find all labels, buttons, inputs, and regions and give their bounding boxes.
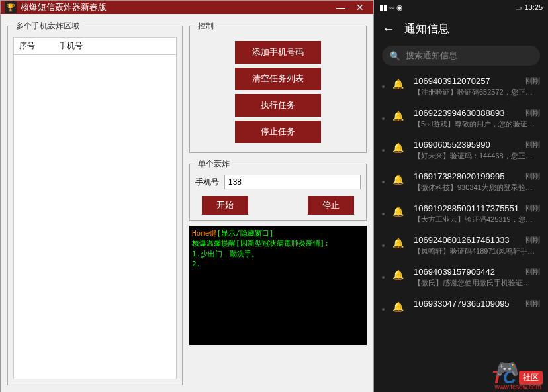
watermark-mascot: 🎮 bbox=[496, 358, 519, 380]
status-time: 13:25 bbox=[524, 3, 543, 11]
bell-icon: 🔔 bbox=[392, 174, 406, 185]
unread-dot bbox=[382, 244, 385, 247]
notification-list[interactable]: 🔔1069403912070257刚刚【注册验证】验证码652572，您正…🔔1… bbox=[374, 71, 548, 392]
notification-item[interactable]: 🔔10692406012617461333刚刚【凤鸣轩】验证码418971(凤鸣… bbox=[374, 230, 548, 262]
notification-content: 1069173828020199995刚刚【微体科技】930341为您的登录验… bbox=[414, 172, 540, 193]
notification-text: 【大方工业云】验证码425319，您… bbox=[414, 215, 540, 224]
notification-number: 10693304779365109095 bbox=[414, 299, 510, 309]
bell-icon: 🔔 bbox=[392, 301, 406, 312]
left-column: 多个手机轰炸区域 序号 手机号 bbox=[7, 21, 183, 385]
control-group: 控制 添加手机号码 清空任务列表 执行任务 停止任务 bbox=[189, 21, 367, 153]
bell-icon: 🔔 bbox=[392, 238, 406, 248]
window-title: 核爆短信轰炸器新春版 bbox=[21, 1, 332, 13]
single-bomb-group: 单个轰炸 手机号 开始 停止 bbox=[189, 158, 367, 220]
column-seq: 序号 bbox=[19, 40, 59, 52]
column-phone: 手机号 bbox=[59, 40, 171, 52]
unread-dot bbox=[382, 308, 385, 311]
phone-title: 通知信息 bbox=[404, 21, 449, 36]
start-single-button[interactable]: 开始 bbox=[202, 196, 248, 215]
unread-dot bbox=[382, 181, 385, 183]
notification-text: 【5nd游戏】尊敬的用户，您的验证… bbox=[414, 119, 540, 129]
bell-icon: 🔔 bbox=[392, 142, 406, 153]
notification-item[interactable]: 🔔1069060552395990刚刚【好未来】验证码：144468，您正… bbox=[374, 134, 548, 166]
bell-icon: 🔔 bbox=[392, 79, 406, 89]
status-right: ▭ 13:25 bbox=[515, 3, 543, 12]
notification-text: 【微体科技】930341为您的登录验… bbox=[414, 183, 540, 193]
phone-list-body[interactable] bbox=[13, 55, 177, 379]
app-window: 🏆 核爆短信轰炸器新春版 — ✕ 多个手机轰炸区域 序号 手机号 控制 添加手机… bbox=[0, 0, 374, 392]
notification-content: 1069060552395990刚刚【好未来】验证码：144468，您正… bbox=[414, 140, 540, 161]
unread-dot bbox=[382, 117, 385, 120]
notification-number: 1069223994630388893 bbox=[414, 108, 504, 118]
close-button[interactable]: ✕ bbox=[351, 1, 369, 14]
phone-header: ← 通知信息 bbox=[374, 15, 548, 43]
notification-text: 【凤鸣轩】验证码418971(凤鸣轩手… bbox=[414, 246, 540, 256]
single-phone-label: 手机号 bbox=[195, 177, 219, 188]
notification-time: 刚刚 bbox=[525, 76, 540, 86]
console-line1a: Home键 bbox=[192, 229, 217, 238]
status-bar: ▮▮ ◦◦ ◉ ▭ 13:25 bbox=[374, 0, 548, 15]
notification-content: 10692406012617461333刚刚【凤鸣轩】验证码418971(凤鸣轩… bbox=[414, 235, 540, 256]
search-icon: 🔍 bbox=[390, 51, 400, 61]
notification-item[interactable]: 🔔1069223994630388893刚刚【5nd游戏】尊敬的用户，您的验证… bbox=[374, 103, 548, 134]
right-column: 控制 添加手机号码 清空任务列表 执行任务 停止任务 单个轰炸 手机号 开始 停… bbox=[189, 21, 367, 385]
console-line1b: [显示/隐藏窗口] bbox=[217, 229, 274, 238]
notification-number: 1069173828020199995 bbox=[414, 172, 504, 181]
stop-tasks-button[interactable]: 停止任务 bbox=[235, 121, 321, 143]
notification-content: 1069223994630388893刚刚【5nd游戏】尊敬的用户，您的验证… bbox=[414, 108, 540, 129]
window-controls: — ✕ bbox=[332, 1, 369, 14]
notification-time: 刚刚 bbox=[525, 108, 540, 118]
unread-dot bbox=[382, 149, 385, 152]
single-phone-input[interactable] bbox=[224, 175, 361, 189]
notification-number: 1069192885001117375551 bbox=[414, 203, 519, 213]
carrier-icon: ◦◦ bbox=[389, 3, 394, 11]
watermark-url: www.tcsqw.com bbox=[494, 383, 541, 391]
notification-item[interactable]: 🔔1069173828020199995刚刚【微体科技】930341为您的登录验… bbox=[374, 166, 548, 198]
notification-number: 10694039157905442 bbox=[414, 267, 495, 277]
notification-time: 刚刚 bbox=[525, 172, 540, 181]
notification-content: 1069192885001117375551刚刚【大方工业云】验证码425319… bbox=[414, 203, 540, 224]
notification-time: 刚刚 bbox=[525, 203, 540, 213]
status-left: ▮▮ ◦◦ ◉ bbox=[379, 3, 403, 12]
clear-tasks-button[interactable]: 清空任务列表 bbox=[235, 68, 321, 90]
single-buttons: 开始 停止 bbox=[195, 196, 361, 215]
wifi-icon: ◉ bbox=[396, 3, 403, 12]
notification-time: 刚刚 bbox=[525, 267, 540, 277]
notification-item[interactable]: 🔔10693304779365109095刚刚 bbox=[374, 293, 548, 317]
notification-text: 【微氏】感谢您使用微氏手机验证… bbox=[414, 278, 540, 288]
single-phone-row: 手机号 bbox=[195, 175, 361, 189]
minimize-button[interactable]: — bbox=[332, 1, 350, 14]
notification-number: 1069403912070257 bbox=[414, 76, 490, 86]
watermark-badge: 社区 bbox=[519, 371, 543, 385]
execute-tasks-button[interactable]: 执行任务 bbox=[235, 94, 321, 117]
console-output: Home键[显示/隐藏窗口] 核爆温馨提醒[因新型冠状病毒肺炎疫情]: 1.少出… bbox=[189, 226, 367, 345]
notification-item[interactable]: 🔔1069403912070257刚刚【注册验证】验证码652572，您正… bbox=[374, 71, 548, 103]
notification-number: 1069060552395990 bbox=[414, 140, 490, 150]
single-bomb-legend: 单个轰炸 bbox=[195, 158, 232, 170]
notification-text: 【好未来】验证码：144468，您正… bbox=[414, 151, 540, 161]
notification-time: 刚刚 bbox=[525, 235, 540, 245]
unread-dot bbox=[382, 276, 385, 279]
back-icon[interactable]: ← bbox=[382, 21, 395, 36]
notification-content: 10694039157905442刚刚【微氏】感谢您使用微氏手机验证… bbox=[414, 267, 540, 288]
notification-time: 刚刚 bbox=[525, 299, 540, 309]
add-phone-button[interactable]: 添加手机号码 bbox=[235, 41, 321, 64]
notification-item[interactable]: 🔔10694039157905442刚刚【微氏】感谢您使用微氏手机验证… bbox=[374, 262, 548, 293]
bell-icon: 🔔 bbox=[392, 270, 406, 280]
console-line4: 2. bbox=[192, 260, 201, 268]
multi-bomb-legend: 多个手机轰炸区域 bbox=[13, 21, 82, 32]
titlebar: 🏆 核爆短信轰炸器新春版 — ✕ bbox=[1, 1, 373, 14]
notification-content: 1069403912070257刚刚【注册验证】验证码652572，您正… bbox=[414, 76, 540, 97]
notification-time: 刚刚 bbox=[525, 140, 540, 150]
app-icon: 🏆 bbox=[5, 1, 17, 13]
battery-icon: ▭ bbox=[515, 3, 522, 12]
search-placeholder: 搜索通知信息 bbox=[406, 50, 457, 62]
unread-dot bbox=[382, 213, 385, 215]
search-bar[interactable]: 🔍 搜索通知信息 bbox=[382, 46, 540, 66]
stop-single-button[interactable]: 停止 bbox=[308, 196, 354, 215]
notification-item[interactable]: 🔔1069192885001117375551刚刚【大方工业云】验证码42531… bbox=[374, 198, 548, 230]
bell-icon: 🔔 bbox=[392, 111, 406, 121]
console-line3: 1.少出门，勤洗手。 bbox=[192, 250, 259, 258]
phone-screen: ▮▮ ◦◦ ◉ ▭ 13:25 ← 通知信息 🔍 搜索通知信息 🔔1069403… bbox=[374, 0, 548, 392]
app-body: 多个手机轰炸区域 序号 手机号 控制 添加手机号码 清空任务列表 执行任务 停止… bbox=[1, 14, 373, 392]
